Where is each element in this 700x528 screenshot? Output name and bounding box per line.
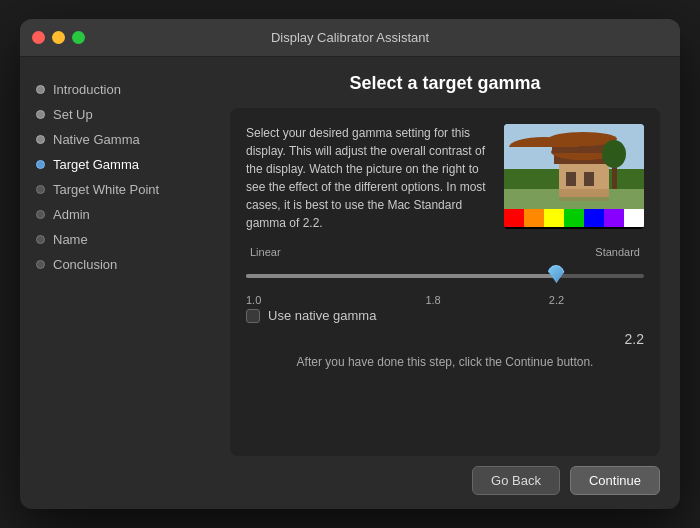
content-area: Introduction Set Up Native Gamma Target … — [20, 57, 680, 456]
traffic-lights — [32, 31, 85, 44]
tick-label-1-0: 1.0 — [246, 294, 261, 306]
sidebar-item-native-gamma[interactable]: Native Gamma — [20, 127, 210, 152]
sidebar-label-admin: Admin — [53, 207, 90, 222]
color-bar — [604, 209, 624, 227]
panel-top: Select your desired gamma setting for th… — [246, 124, 644, 232]
slider-thumb-shape — [547, 265, 565, 283]
slider-label-left: Linear — [250, 246, 281, 258]
sidebar-dot-admin — [36, 210, 45, 219]
sidebar-dot-native-gamma — [36, 135, 45, 144]
sidebar-label-target-gamma: Target Gamma — [53, 157, 139, 172]
preview-image — [504, 124, 644, 229]
color-bar — [504, 209, 524, 227]
content-panel: Select your desired gamma setting for th… — [230, 108, 660, 456]
color-bar — [564, 209, 584, 227]
sidebar-label-name: Name — [53, 232, 88, 247]
gamma-slider-thumb[interactable] — [547, 265, 565, 287]
slider-section: Linear Standard 1.0 1.8 2. — [246, 246, 644, 294]
main-window: Display Calibrator Assistant Introductio… — [20, 19, 680, 509]
sidebar-label-target-white-point: Target White Point — [53, 182, 159, 197]
sidebar-item-conclusion[interactable]: Conclusion — [20, 252, 210, 277]
sidebar-label-introduction: Introduction — [53, 82, 121, 97]
sidebar-dot-name — [36, 235, 45, 244]
sidebar-item-target-white-point[interactable]: Target White Point — [20, 177, 210, 202]
sidebar-item-introduction[interactable]: Introduction — [20, 77, 210, 102]
continue-button[interactable]: Continue — [570, 466, 660, 495]
color-bar — [584, 209, 604, 227]
color-bar — [524, 209, 544, 227]
titlebar: Display Calibrator Assistant — [20, 19, 680, 57]
slider-label-right: Standard — [595, 246, 640, 258]
preview-scene — [504, 124, 644, 209]
sidebar-label-native-gamma: Native Gamma — [53, 132, 140, 147]
sidebar-dot-conclusion — [36, 260, 45, 269]
footer: Go Back Continue — [20, 456, 680, 509]
minimize-button[interactable] — [52, 31, 65, 44]
slider-labels: Linear Standard — [246, 246, 644, 258]
panel-description: Select your desired gamma setting for th… — [246, 124, 490, 232]
page-title: Select a target gamma — [230, 73, 660, 94]
sidebar-dot-introduction — [36, 85, 45, 94]
tick-label-2-2: 2.2 — [549, 294, 564, 306]
svg-point-11 — [602, 140, 626, 168]
sidebar-label-setup: Set Up — [53, 107, 93, 122]
close-button[interactable] — [32, 31, 45, 44]
sidebar-label-conclusion: Conclusion — [53, 257, 117, 272]
sidebar-item-name[interactable]: Name — [20, 227, 210, 252]
sidebar-dot-target-gamma — [36, 160, 45, 169]
svg-rect-9 — [584, 172, 594, 186]
sidebar-item-target-gamma[interactable]: Target Gamma — [20, 152, 210, 177]
preview-svg — [504, 124, 644, 209]
sidebar-item-admin[interactable]: Admin — [20, 202, 210, 227]
sidebar-item-setup[interactable]: Set Up — [20, 102, 210, 127]
instruction-text: After you have done this step, click the… — [246, 355, 644, 369]
slider-track — [246, 274, 644, 278]
tick-label-1-8: 1.8 — [425, 294, 440, 306]
native-gamma-row: Use native gamma — [246, 308, 644, 323]
maximize-button[interactable] — [72, 31, 85, 44]
sidebar-dot-target-white-point — [36, 185, 45, 194]
sidebar-dot-setup — [36, 110, 45, 119]
svg-rect-8 — [566, 172, 576, 186]
native-gamma-label: Use native gamma — [268, 308, 376, 323]
value-display: 2.2 — [246, 331, 644, 347]
main-area: Select a target gamma Select your desire… — [210, 57, 680, 456]
native-gamma-checkbox[interactable] — [246, 309, 260, 323]
color-bars — [504, 209, 644, 227]
color-bar — [624, 209, 644, 227]
slider-container[interactable] — [246, 262, 644, 290]
go-back-button[interactable]: Go Back — [472, 466, 560, 495]
slider-fill — [246, 274, 556, 278]
sidebar: Introduction Set Up Native Gamma Target … — [20, 57, 210, 456]
color-bar — [544, 209, 564, 227]
window-title: Display Calibrator Assistant — [271, 30, 429, 45]
svg-rect-12 — [559, 189, 609, 201]
